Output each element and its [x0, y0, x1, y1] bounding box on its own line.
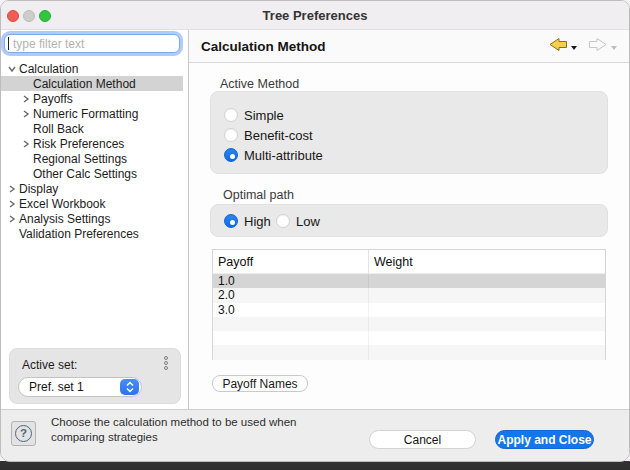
window-title: Tree Preferences [1, 1, 629, 30]
text-caret [8, 37, 9, 50]
active-method-label: Active Method [220, 77, 299, 91]
chevron-right-icon[interactable] [19, 136, 33, 151]
tree-item-label: Excel Workbook [19, 197, 105, 211]
history-nav [548, 30, 619, 63]
payoff-weight-table[interactable]: Payoff Weight 1.0 2.0 3.0 [212, 249, 606, 360]
chevron-right-icon[interactable] [5, 196, 19, 211]
preferences-sidebar: Calculation Calculation Method Payoffs N… [1, 30, 189, 409]
column-header-weight[interactable]: Weight [369, 250, 605, 273]
table-row[interactable] [213, 331, 605, 345]
popup-stepper-icon [120, 379, 139, 395]
sidebar-item-other-calc-settings[interactable]: Other Calc Settings [1, 166, 183, 181]
payoff-names-button[interactable]: Payoff Names [212, 375, 308, 392]
tree-item-label: Analysis Settings [19, 212, 110, 226]
tree-item-label: Other Calc Settings [33, 167, 137, 181]
sidebar-item-regional-settings[interactable]: Regional Settings [1, 151, 183, 166]
radio-benefit-cost[interactable]: Benefit-cost [224, 128, 313, 142]
sidebar-item-analysis-settings[interactable]: Analysis Settings [1, 211, 183, 226]
filter-input[interactable] [4, 34, 180, 53]
apply-and-close-button[interactable]: Apply and Close [495, 430, 594, 449]
forward-dropdown-icon [611, 46, 617, 50]
chevron-right-icon[interactable] [19, 106, 33, 121]
table-row[interactable] [213, 345, 605, 359]
table-row[interactable]: 2.0 [213, 288, 605, 302]
help-button[interactable]: ? [11, 421, 36, 446]
page-title: Calculation Method [201, 30, 326, 63]
optimal-path-group: High Low [210, 204, 608, 237]
sidebar-item-payoffs[interactable]: Payoffs [1, 91, 183, 106]
active-method-group: Simple Benefit-cost Multi-attribute [210, 91, 608, 174]
table-row[interactable]: 3.0 [213, 303, 605, 317]
sidebar-item-calculation[interactable]: Calculation [1, 61, 183, 76]
preference-set-select[interactable]: Pref. set 1 [18, 377, 142, 397]
column-header-payoff[interactable]: Payoff [213, 250, 369, 273]
tree-item-label: Numeric Formatting [33, 107, 138, 121]
cancel-button[interactable]: Cancel [369, 430, 476, 449]
sidebar-item-validation-preferences[interactable]: Validation Preferences [1, 226, 183, 241]
radio-simple[interactable]: Simple [224, 108, 284, 122]
radio-icon[interactable] [276, 214, 290, 228]
chevron-right-icon[interactable] [5, 211, 19, 226]
radio-high[interactable]: High [224, 214, 271, 228]
kebab-menu-icon[interactable] [164, 356, 169, 371]
chevron-right-icon[interactable] [19, 91, 33, 106]
tree-item-label: Roll Back [33, 122, 84, 136]
optimal-path-label: Optimal path [223, 188, 294, 202]
radio-selected-icon[interactable] [224, 148, 238, 162]
chevron-right-icon[interactable] [5, 181, 19, 196]
description-text: Choose the calculation method to be used… [51, 415, 381, 445]
calculation-method-panel: Calculation Method Active Method Simple [189, 30, 630, 409]
sidebar-item-calculation-method[interactable]: Calculation Method [1, 76, 183, 91]
help-icon: ? [15, 425, 32, 442]
radio-icon[interactable] [224, 108, 238, 122]
radio-low[interactable]: Low [276, 214, 320, 228]
tree-item-label: Display [19, 182, 58, 196]
tree-item-label: Risk Preferences [33, 137, 124, 151]
active-set-label: Active set: [22, 358, 77, 372]
table-row[interactable]: 1.0 [213, 274, 605, 288]
tree-item-label: Regional Settings [33, 152, 127, 166]
tree-item-label: Validation Preferences [19, 227, 139, 241]
back-icon[interactable] [548, 37, 568, 56]
title-bar[interactable]: Tree Preferences [1, 1, 629, 30]
dialog-footer: ? Choose the calculation method to be us… [1, 409, 629, 462]
table-row[interactable] [213, 317, 605, 331]
radio-icon[interactable] [224, 128, 238, 142]
radio-selected-icon[interactable] [224, 214, 238, 228]
forward-icon [588, 37, 608, 56]
sidebar-item-excel-workbook[interactable]: Excel Workbook [1, 196, 183, 211]
sidebar-item-risk-preferences[interactable]: Risk Preferences [1, 136, 183, 151]
sidebar-item-numeric-formatting[interactable]: Numeric Formatting [1, 106, 183, 121]
radio-multi-attribute[interactable]: Multi-attribute [224, 148, 323, 162]
tree-preferences-dialog: Tree Preferences Calculation Calculation… [0, 0, 630, 462]
panel-header: Calculation Method [189, 30, 630, 63]
active-set-panel: Active set: Pref. set 1 [9, 348, 181, 404]
sidebar-item-display[interactable]: Display [1, 181, 183, 196]
chevron-down-icon[interactable] [5, 61, 19, 76]
screen: Tree Preferences Calculation Calculation… [0, 0, 630, 470]
sidebar-item-roll-back[interactable]: Roll Back [1, 121, 183, 136]
tree-item-label: Calculation Method [33, 77, 136, 91]
tree-item-label: Payoffs [33, 92, 73, 106]
tree-item-label: Calculation [19, 62, 78, 76]
back-dropdown-icon[interactable] [571, 46, 577, 50]
preferences-tree: Calculation Calculation Method Payoffs N… [1, 61, 183, 241]
table-header: Payoff Weight [213, 250, 605, 274]
preference-set-value: Pref. set 1 [19, 380, 120, 394]
